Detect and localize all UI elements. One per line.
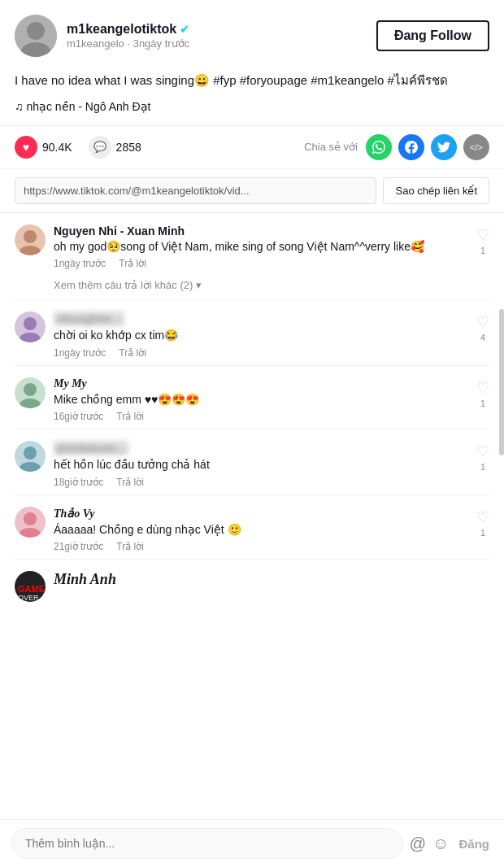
music-line: ♫ nhạc nền - Ngô Anh Đạt — [15, 98, 489, 115]
share-label: Chia sẻ với — [304, 141, 358, 153]
svg-point-9 — [24, 447, 37, 460]
comments-stat: 💬 2858 — [89, 136, 141, 159]
comment-meta: 21giờ trước Trả lời — [54, 541, 489, 552]
comment-item: Thảo Vy Áaaaaa! Chồng e dùng nhạc Việt 🙂… — [0, 495, 504, 560]
svg-point-4 — [20, 246, 41, 255]
avatar — [15, 15, 57, 57]
svg-point-10 — [20, 462, 41, 472]
svg-point-7 — [24, 383, 37, 396]
comment-avatar — [15, 312, 46, 342]
comment-text: chời oi ko khớp cx tim😂 — [54, 328, 489, 344]
reply-button[interactable]: Trả lời — [119, 347, 146, 359]
likes-stat: ♥ 90.4K — [15, 136, 72, 159]
comment-username: Nguyen Nhi - Xuan Minh — [54, 224, 489, 237]
svg-point-8 — [20, 399, 41, 408]
stats-row: ♥ 90.4K 💬 2858 Chia sẻ với </> — [0, 125, 504, 169]
reply-button[interactable]: Trả lời — [116, 541, 144, 552]
post-content: I have no idea what I was singing😀 #fyp … — [0, 65, 504, 125]
user-handle: m1keangelo · 3ngày trước — [67, 37, 189, 50]
comment-text: hết hồn lúc đầu tưởng chả hát — [54, 457, 489, 473]
svg-point-5 — [24, 317, 37, 330]
emoji-icon[interactable]: ☺ — [432, 834, 449, 853]
svg-point-6 — [20, 333, 41, 342]
chevron-down-icon: ▾ — [196, 279, 202, 291]
heart-icon: ♥ — [15, 136, 37, 159]
username: m1keangelotiktok ✔ — [67, 22, 189, 37]
comments-section: Nguyen Nhi - Xuan Minh oh my god🥺song of… — [0, 213, 504, 671]
comment-username: My My — [54, 377, 489, 390]
comment-time: 1ngày trước — [54, 347, 106, 359]
comment-time: 21giờ trước — [54, 541, 103, 552]
comment-item: pinsk4ever... hết hồn lúc đầu tưởng chả … — [0, 429, 504, 494]
comment-meta: 18giờ trước Trả lời — [54, 477, 489, 488]
svg-point-11 — [24, 512, 37, 525]
comment-time: 1ngày trước — [54, 258, 106, 269]
comments-count: 2858 — [116, 141, 141, 154]
verified-icon: ✔ — [180, 23, 189, 36]
twitter-share-button[interactable] — [431, 134, 457, 160]
like-heart-icon[interactable]: ♡ — [476, 442, 489, 460]
comment-body: nhunghee... chời oi ko khớp cx tim😂 1ngà… — [54, 312, 489, 359]
comment-like: ♡ 1 — [476, 379, 489, 408]
embed-icon: </> — [470, 142, 483, 152]
scrollbar[interactable] — [499, 309, 504, 455]
comment-like: ♡ 1 — [476, 442, 489, 472]
like-heart-icon[interactable]: ♡ — [476, 313, 489, 331]
comment-avatar — [15, 507, 46, 538]
user-text: m1keangelotiktok ✔ m1keangelo · 3ngày tr… — [67, 22, 189, 50]
post-text: I have no idea what I was singing😀 #fyp … — [15, 72, 489, 90]
comment-text: Áaaaaa! Chồng e dùng nhạc Việt 🙂 — [54, 522, 489, 538]
comment-username: Thảo Vy — [54, 507, 489, 521]
copy-link-button[interactable]: Sao chép liên kết — [383, 177, 489, 204]
like-count: 1 — [480, 246, 485, 255]
comment-avatar — [15, 224, 46, 255]
svg-point-3 — [24, 230, 37, 243]
see-more-replies[interactable]: Xem thêm câu trả lời khác (2) ▾ — [0, 276, 504, 299]
svg-point-1 — [27, 22, 45, 40]
embed-share-button[interactable]: </> — [463, 134, 489, 160]
url-row: https://www.tiktok.com/@m1keangelotiktok… — [0, 169, 504, 213]
comment-body: My My Mike chồng emm ♥♥😍😍😍 16giờ trước T… — [54, 377, 489, 423]
comment-like: ♡ 1 — [476, 226, 489, 255]
post-button[interactable]: Đăng — [456, 837, 493, 851]
reply-button[interactable]: Trả lời — [116, 477, 144, 488]
likes-count: 90.4K — [42, 141, 72, 154]
comment-input[interactable] — [11, 828, 403, 859]
comment-bubble-icon: 💬 — [89, 136, 111, 159]
facebook-share-button[interactable] — [398, 134, 424, 160]
like-count: 4 — [480, 333, 485, 342]
like-count: 1 — [480, 528, 485, 538]
like-heart-icon[interactable]: ♡ — [476, 226, 489, 244]
post-header: m1keangelotiktok ✔ m1keangelo · 3ngày tr… — [0, 0, 504, 65]
at-icon[interactable]: @ — [410, 834, 426, 853]
share-icons: </> — [366, 134, 489, 160]
comment-time: 18giờ trước — [54, 477, 103, 488]
comment-username: Minh Anh — [54, 571, 489, 588]
url-display: https://www.tiktok.com/@m1keangelotiktok… — [15, 177, 376, 204]
comment-text: oh my god🥺song of Việt Nam, mike sing of… — [54, 239, 489, 255]
like-heart-icon[interactable]: ♡ — [476, 379, 489, 397]
whatsapp-share-button[interactable] — [366, 134, 392, 160]
comment-text: Mike chồng emm ♥♥😍😍😍 — [54, 392, 489, 408]
page-container: m1keangelotiktok ✔ m1keangelo · 3ngày tr… — [0, 0, 504, 670]
follow-button[interactable]: Đang Follow — [376, 20, 489, 51]
comment-username-blurred: nhunghee... — [54, 312, 124, 326]
comment-like: ♡ 4 — [476, 313, 489, 342]
comment-avatar — [15, 377, 46, 408]
reply-button[interactable]: Trả lời — [116, 411, 144, 422]
comment-body: Nguyen Nhi - Xuan Minh oh my god🥺song of… — [54, 224, 489, 270]
bottom-input-bar: @ ☺ Đăng — [0, 819, 504, 867]
reply-button[interactable]: Trả lời — [119, 258, 146, 269]
comment-item: nhunghee... chời oi ko khớp cx tim😂 1ngà… — [0, 300, 504, 365]
like-count: 1 — [480, 462, 485, 472]
comment-username-blurred: pinsk4ever... — [54, 441, 128, 455]
comment-time: 16giờ trước — [54, 411, 103, 422]
user-info: m1keangelotiktok ✔ m1keangelo · 3ngày tr… — [15, 15, 189, 57]
comment-avatar: GAME OVER — [15, 571, 46, 602]
comment-body: pinsk4ever... hết hồn lúc đầu tưởng chả … — [54, 441, 489, 488]
svg-point-12 — [20, 528, 41, 538]
like-heart-icon[interactable]: ♡ — [476, 508, 489, 526]
comment-item: Nguyen Nhi - Xuan Minh oh my god🥺song of… — [0, 213, 504, 277]
comment-item: My My Mike chồng emm ♥♥😍😍😍 16giờ trước T… — [0, 366, 504, 429]
comment-body: Minh Anh — [54, 571, 489, 590]
